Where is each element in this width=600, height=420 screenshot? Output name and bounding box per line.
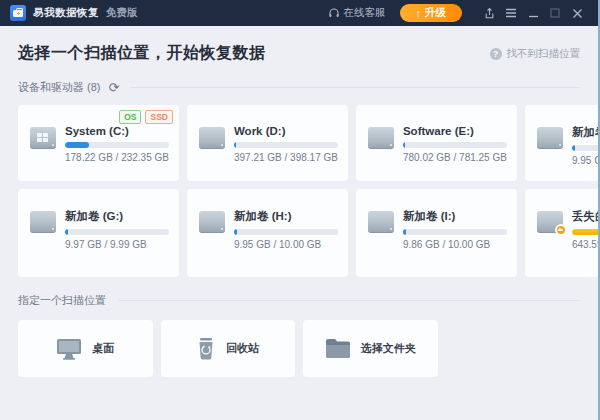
windows-logo-icon bbox=[37, 133, 48, 142]
drive-usage-bar bbox=[403, 142, 507, 148]
online-service-label: 在线客服 bbox=[344, 6, 386, 20]
drive-card-f[interactable]: 新加卷 (F:) 9.95 GB / 10.00 GB bbox=[525, 105, 600, 181]
cant-find-location-link[interactable]: 找不到扫描位置 bbox=[490, 47, 581, 61]
drive-name: Software (E:) bbox=[403, 125, 507, 137]
drive-card-software-e[interactable]: Software (E:) 780.02 GB / 781.25 GB bbox=[356, 105, 517, 181]
drive-size: 9.86 GB / 10.00 GB bbox=[403, 239, 507, 250]
drive-name: 新加卷 (H:) bbox=[234, 209, 338, 224]
ssd-badge: SSD bbox=[145, 110, 172, 124]
os-badge: OS bbox=[119, 110, 141, 124]
drive-name: System (C:) bbox=[65, 125, 169, 137]
drive-icon bbox=[537, 127, 563, 149]
lost-partition-badge-icon bbox=[555, 224, 567, 236]
drive-size: 9.95 GB / 10.00 GB bbox=[234, 239, 338, 250]
upgrade-button[interactable]: 升级 bbox=[400, 4, 463, 22]
up-arrow-icon bbox=[416, 7, 422, 19]
close-button[interactable] bbox=[566, 3, 588, 23]
refresh-icon[interactable] bbox=[109, 81, 120, 94]
drive-name: 新加卷 (F:) bbox=[572, 125, 600, 140]
drive-usage-bar bbox=[234, 142, 338, 148]
drive-name: 新加卷 (I:) bbox=[403, 209, 507, 224]
titlebar: 易我数据恢复 免费版 在线客服 升级 bbox=[0, 0, 598, 26]
drive-card-g[interactable]: 新加卷 (G:) 9.97 GB / 9.99 GB bbox=[18, 189, 179, 277]
drive-size: 397.21 GB / 398.17 GB bbox=[234, 152, 338, 163]
lost-partition-drive-icon bbox=[537, 211, 563, 233]
section-divider bbox=[118, 300, 580, 301]
drive-icon bbox=[199, 211, 225, 233]
drive-name: 新加卷 (G:) bbox=[65, 209, 169, 224]
location-grid: 桌面 回收站 bbox=[18, 320, 580, 377]
location-label: 桌面 bbox=[92, 341, 114, 356]
locations-section-header: 指定一个扫描位置 bbox=[18, 293, 580, 308]
drive-size: 9.97 GB / 9.99 GB bbox=[65, 239, 169, 250]
page-title: 选择一个扫描位置，开始恢复数据 bbox=[18, 43, 266, 64]
desktop-icon bbox=[56, 338, 82, 360]
help-link-label: 找不到扫描位置 bbox=[507, 47, 581, 61]
drive-usage-bar bbox=[234, 229, 338, 235]
menu-icon[interactable] bbox=[500, 3, 522, 23]
main-content: 选择一个扫描位置，开始恢复数据 找不到扫描位置 设备和驱动器 (8) OS SS… bbox=[0, 26, 598, 377]
devices-section-header: 设备和驱动器 (8) bbox=[18, 80, 580, 95]
drive-badges: OS SSD bbox=[119, 110, 173, 124]
drive-size: 178.22 GB / 232.35 GB bbox=[65, 152, 169, 163]
locations-section-label: 指定一个扫描位置 bbox=[18, 293, 106, 308]
drive-name: Work (D:) bbox=[234, 125, 338, 137]
drive-icon bbox=[368, 211, 394, 233]
drive-usage-bar bbox=[65, 229, 169, 235]
location-card-desktop[interactable]: 桌面 bbox=[18, 320, 153, 377]
location-label: 选择文件夹 bbox=[361, 341, 416, 356]
section-divider bbox=[131, 87, 580, 88]
drive-usage-bar bbox=[65, 142, 169, 148]
drive-icon bbox=[30, 211, 56, 233]
headset-icon bbox=[328, 7, 340, 19]
question-mark-icon bbox=[490, 48, 502, 60]
devices-section-label: 设备和驱动器 (8) bbox=[18, 80, 101, 95]
maximize-button[interactable] bbox=[544, 3, 566, 23]
app-window: 易我数据恢复 免费版 在线客服 升级 bbox=[0, 0, 600, 420]
drive-icon bbox=[368, 127, 394, 149]
app-title: 易我数据恢复 bbox=[33, 6, 99, 20]
app-logo-icon bbox=[10, 5, 26, 21]
drive-size: 9.95 GB / 10.00 GB bbox=[572, 155, 600, 166]
location-card-recycle-bin[interactable]: 回收站 bbox=[161, 320, 296, 377]
drive-size: 780.02 GB / 781.25 GB bbox=[403, 152, 507, 163]
drive-size: 643.59 GB bbox=[572, 239, 600, 250]
upgrade-label: 升级 bbox=[425, 6, 446, 20]
system-drive-icon bbox=[30, 127, 56, 149]
drive-card-h[interactable]: 新加卷 (H:) 9.95 GB / 10.00 GB bbox=[187, 189, 348, 277]
drive-usage-bar bbox=[572, 145, 600, 151]
export-icon[interactable] bbox=[478, 3, 500, 23]
drive-card-i[interactable]: 新加卷 (I:) 9.86 GB / 10.00 GB bbox=[356, 189, 517, 277]
drive-name: 丢失的分区 - 1 bbox=[572, 209, 600, 224]
drive-card-work-d[interactable]: Work (D:) 397.21 GB / 398.17 GB bbox=[187, 105, 348, 181]
drive-usage-bar bbox=[403, 229, 507, 235]
minimize-button[interactable] bbox=[522, 3, 544, 23]
drive-grid: OS SSD System (C:) 178.22 GB / 232.35 GB… bbox=[18, 105, 580, 277]
drive-usage-bar bbox=[572, 229, 600, 235]
drive-card-lost-partition[interactable]: 丢失的分区 - 1 643.59 GB bbox=[525, 189, 600, 277]
drive-card-system-c[interactable]: OS SSD System (C:) 178.22 GB / 232.35 GB bbox=[18, 105, 179, 181]
recycle-bin-icon bbox=[196, 337, 216, 360]
online-service-button[interactable]: 在线客服 bbox=[328, 6, 386, 20]
location-card-choose-folder[interactable]: 选择文件夹 bbox=[303, 320, 438, 377]
app-edition-badge: 免费版 bbox=[106, 6, 138, 20]
drive-icon bbox=[199, 127, 225, 149]
folder-icon bbox=[325, 338, 351, 359]
location-label: 回收站 bbox=[226, 341, 259, 356]
